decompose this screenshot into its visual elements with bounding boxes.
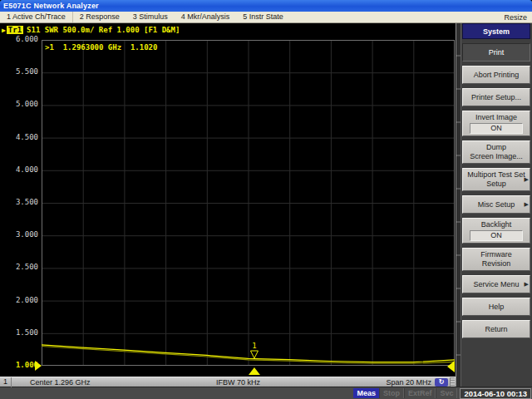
marker-1-number: 1 (252, 342, 256, 350)
y-tick-5.000: 5.000 (0, 100, 38, 108)
ifbw-label[interactable]: IFBW 70 kHz (216, 378, 260, 387)
softkey-state-value: ON (470, 123, 523, 134)
softkey-label: Backlight (466, 220, 527, 229)
softkey-state-value: ON (470, 230, 523, 241)
softkey-abort-printing[interactable]: Abort Printing (462, 66, 530, 84)
softkey-label: Revision (466, 259, 527, 268)
menu-2-response[interactable]: 2 Response (73, 12, 126, 22)
softkey-label: Screen Image... (466, 152, 527, 161)
menu-4-mkr-analysis[interactable]: 4 Mkr/Analysis (175, 12, 237, 22)
status-extref: ExtRef (404, 388, 436, 398)
softkey-misc-setup[interactable]: Misc Setup▶ (462, 195, 530, 214)
y-tick-1.000: 1.000 (0, 361, 38, 369)
softkey-label: Service Menu (466, 280, 527, 289)
channel-bar-end-strip (450, 377, 455, 387)
status-stop: Stop (379, 388, 404, 398)
submenu-arrow-icon: ▶ (525, 176, 529, 183)
softkey-label: Multiport Test Set (466, 170, 527, 180)
softkey-label: Help (466, 303, 527, 312)
y-tick-5.500: 5.500 (0, 67, 38, 76)
softkey-label: Setup (466, 180, 527, 189)
y-tick-1.500: 1.500 (0, 328, 38, 337)
softkey-service-menu[interactable]: Service Menu▶ (462, 275, 530, 293)
y-tick-6.000: 6.000 (0, 35, 38, 43)
ref-level-arrow-left-icon (35, 361, 42, 371)
submenu-arrow-icon: ▶ (525, 281, 529, 288)
y-tick-3.000: 3.000 (0, 230, 38, 239)
resize-button[interactable]: Resize (499, 13, 532, 22)
y-tick-4.000: 4.000 (0, 165, 38, 174)
channel-number: 1 (0, 377, 12, 387)
softkey-return[interactable]: Return (462, 320, 530, 338)
trace-params: S11 SWR 500.0m/ Ref 1.000 [F1 D&M] (27, 26, 180, 34)
softkey-invert-image[interactable]: Invert ImageON (462, 111, 530, 136)
softkey-firmware-revision[interactable]: FirmwareRevision (462, 248, 530, 271)
softkey-label: Printer Setup... (466, 93, 527, 102)
menu-1-active-ch-trace[interactable]: 1 Active Ch/Trace (0, 12, 73, 22)
softkey-multiport-test-set-setup[interactable]: Multiport Test SetSetup▶ (462, 168, 530, 191)
softkey-label: Firmware (466, 250, 527, 259)
channel-status-bar: 1 Center 1.296 GHz IFBW 70 kHz Span 20 M… (0, 377, 456, 387)
e5071c-window: E5071C Network Analyzer 1 Active Ch/Trac… (0, 0, 532, 399)
softkey-printer-setup[interactable]: Printer Setup... (462, 88, 530, 106)
y-axis-labels: 6.0005.5005.0004.5004.0003.5003.0002.500… (0, 23, 40, 387)
analyzer-screen: ▶ Tr1 S11 SWR 500.0m/ Ref 1.000 [F1 D&M]… (0, 23, 456, 387)
softkey-column: SystemPrintAbort PrintingPrinter Setup..… (461, 23, 532, 387)
softkey-label: Print (466, 48, 527, 57)
softkey-label: Return (466, 325, 527, 334)
menu-items: 1 Active Ch/Trace2 Response3 Stimulus4 M… (0, 12, 290, 22)
status-segments: MeasStopExtRefSvc (353, 388, 457, 398)
menu-5-instr-state[interactable]: 5 Instr State (236, 12, 290, 22)
center-frequency-label[interactable]: Center 1.296 GHz (30, 378, 91, 387)
softkey-sidebar: SystemPrintAbort PrintingPrinter Setup..… (456, 23, 532, 387)
menu-3-stimulus[interactable]: 3 Stimulus (126, 12, 175, 22)
softkey-menu-title: System (462, 23, 530, 39)
softkey-print[interactable]: Print (462, 43, 530, 62)
softkey-label: Misc Setup (466, 200, 527, 209)
window-title: E5071C Network Analyzer (0, 2, 99, 10)
instrument-status-bar: MeasStopExtRefSvc 2014-06-10 00:13 (0, 387, 532, 399)
marker-1-trace-icon[interactable] (250, 351, 258, 358)
datetime-display: 2014-06-10 00:13 (460, 388, 531, 399)
softkey-label: Invert Image (466, 113, 527, 122)
y-tick-2.500: 2.500 (0, 263, 38, 271)
softkey-label: Dump (466, 143, 527, 152)
menu-bar: 1 Active Ch/Trace2 Response3 Stimulus4 M… (0, 12, 532, 23)
continuous-sweep-icon: ↻ (435, 378, 448, 387)
softkey-help[interactable]: Help (462, 298, 530, 316)
softkey-dump-screen-image[interactable]: DumpScreen Image... (462, 140, 530, 164)
submenu-arrow-icon: ▶ (525, 201, 529, 208)
status-meas: Meas (353, 388, 379, 398)
marker-1-readout: >1 1.2963000 GHz 1.1020 (45, 43, 157, 52)
status-svc: Svc (436, 388, 457, 398)
swr-trace-plot: 1 (42, 40, 455, 366)
y-tick-3.500: 3.500 (0, 198, 38, 206)
graph-area: 1 (42, 40, 455, 366)
window-titlebar[interactable]: E5071C Network Analyzer (0, 0, 532, 12)
marker-1-stimulus-icon[interactable] (249, 367, 260, 375)
softkey-label: Abort Printing (466, 71, 527, 80)
y-tick-4.500: 4.500 (0, 133, 38, 141)
ref-level-arrow-right-icon (447, 361, 455, 372)
softkey-backlight[interactable]: BacklightON (462, 218, 530, 244)
y-tick-2.000: 2.000 (0, 296, 38, 304)
span-label[interactable]: Span 20 MHz (386, 378, 431, 387)
